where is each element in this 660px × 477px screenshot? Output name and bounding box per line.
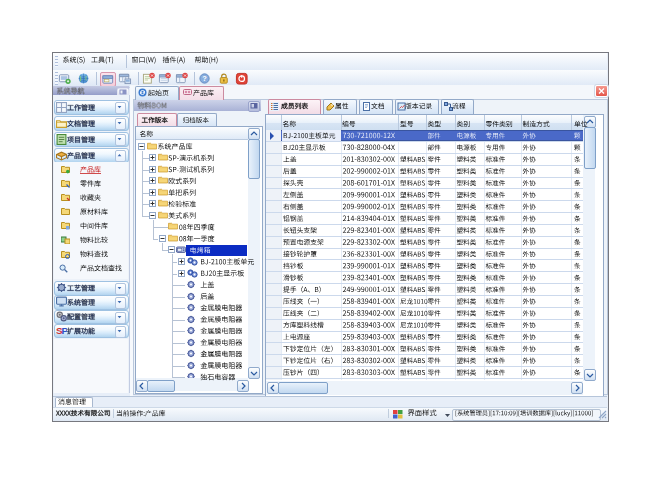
svg-text:P: P <box>61 325 67 336</box>
svg-text:?: ? <box>202 74 207 83</box>
